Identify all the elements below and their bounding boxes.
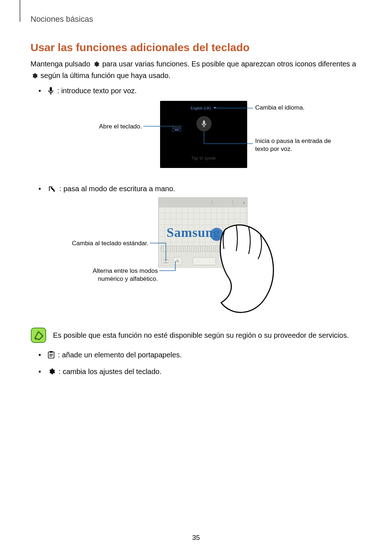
- bullet-list-2: : añade un elemento del portapapeles. : …: [38, 350, 362, 378]
- bullet-clipboard-text: : añade un elemento del portapapeles.: [58, 351, 182, 359]
- note-text: Es posible que esta función no esté disp…: [53, 327, 349, 341]
- svg-rect-9: [178, 128, 179, 129]
- page-content: Nociones básicas Usar las funciones adic…: [0, 0, 392, 378]
- svg-rect-2: [175, 127, 176, 127]
- chevron-right-icon: ›: [243, 199, 245, 206]
- svg-rect-10: [179, 128, 180, 129]
- svg-rect-1: [173, 127, 174, 127]
- svg-rect-7: [175, 128, 176, 129]
- note-icon: [30, 327, 46, 345]
- callout-toggle-mode: Alterna entre los modos numérico y alfab…: [66, 267, 158, 283]
- svg-rect-3: [176, 127, 177, 127]
- svg-rect-16: [165, 260, 165, 260]
- microphone-icon: [48, 87, 54, 97]
- callout-change-language: Cambia el idioma.: [255, 104, 305, 112]
- svg-rect-6: [173, 128, 174, 129]
- alpha-numeric-toggle: [173, 257, 182, 265]
- section-heading: Usar las funciones adicionales del tecla…: [30, 41, 362, 54]
- svg-rect-14: [163, 259, 169, 263]
- svg-rect-19: [168, 260, 168, 260]
- svg-rect-20: [164, 262, 167, 262]
- intro-paragraph: Mantenga pulsado para usar varias funcio…: [30, 59, 362, 82]
- callout-start-pause-voice: Inicia o pausa la entrada de texto por v…: [255, 137, 342, 153]
- keyboard-icon: [172, 124, 181, 130]
- note-block: Es posible que esta función no esté disp…: [30, 327, 362, 345]
- svg-rect-18: [167, 260, 167, 260]
- bullet-handwriting: : pasa al modo de escritura a mano. › Sa…: [38, 184, 362, 317]
- language-label: English (UK): [191, 106, 211, 111]
- svg-rect-4: [178, 127, 179, 127]
- clipboard-icon: [48, 351, 54, 361]
- svg-rect-17: [166, 260, 166, 260]
- page-number: 35: [0, 534, 392, 542]
- gear-icon: [48, 368, 55, 378]
- bullet-handwriting-text: : pasa al modo de escritura a mano.: [60, 185, 175, 193]
- bullet-clipboard: : añade un elemento del portapapeles.: [38, 350, 362, 361]
- intro-text-b: para usar varias funciones. Es posible q…: [102, 60, 356, 68]
- handwriting-suggestion-bar: ›: [159, 198, 247, 207]
- tap-to-speak-label: Tap to speak: [160, 155, 247, 161]
- page-corner-rule: [20, 0, 20, 22]
- figure-handwriting: › Samsung: [66, 197, 342, 317]
- handwriting-icon: [48, 185, 56, 195]
- gear-icon: [93, 60, 99, 70]
- bullet-voice: : introduce texto por voz. English (UK) …: [38, 86, 362, 173]
- svg-rect-22: [31, 328, 46, 342]
- breadcrumb: Nociones básicas: [30, 15, 362, 24]
- language-selector: English (UK): [160, 106, 247, 111]
- svg-rect-15: [164, 260, 164, 260]
- svg-rect-11: [175, 130, 179, 130]
- bullet-settings-text: : cambia los ajustes del teclado.: [59, 368, 162, 376]
- svg-rect-5: [179, 127, 180, 127]
- bullet-settings: : cambia los ajustes del teclado.: [38, 366, 362, 378]
- hand-pointer-illustration: [203, 223, 283, 317]
- figure-voice-input: English (UK) Tap to speak Abre el teclad…: [66, 101, 342, 173]
- standard-keyboard-button: [162, 257, 170, 265]
- chevron-down-icon: [213, 107, 216, 109]
- svg-rect-8: [176, 128, 177, 129]
- callout-open-keyboard: Abre el teclado.: [91, 123, 142, 131]
- intro-text-a: Mantenga pulsado: [30, 60, 90, 68]
- bullet-voice-text: : introduce texto por voz.: [57, 87, 137, 95]
- gear-icon: [31, 71, 38, 82]
- callout-standard-keyboard: Cambia al teclado estándar.: [66, 239, 148, 247]
- bullet-list: : introduce texto por voz. English (UK) …: [38, 86, 362, 317]
- mic-button: [196, 116, 212, 131]
- intro-text-c: según la última función que haya usado.: [41, 71, 171, 79]
- svg-rect-24: [50, 351, 53, 353]
- voice-input-panel: English (UK) Tap to speak: [160, 101, 247, 168]
